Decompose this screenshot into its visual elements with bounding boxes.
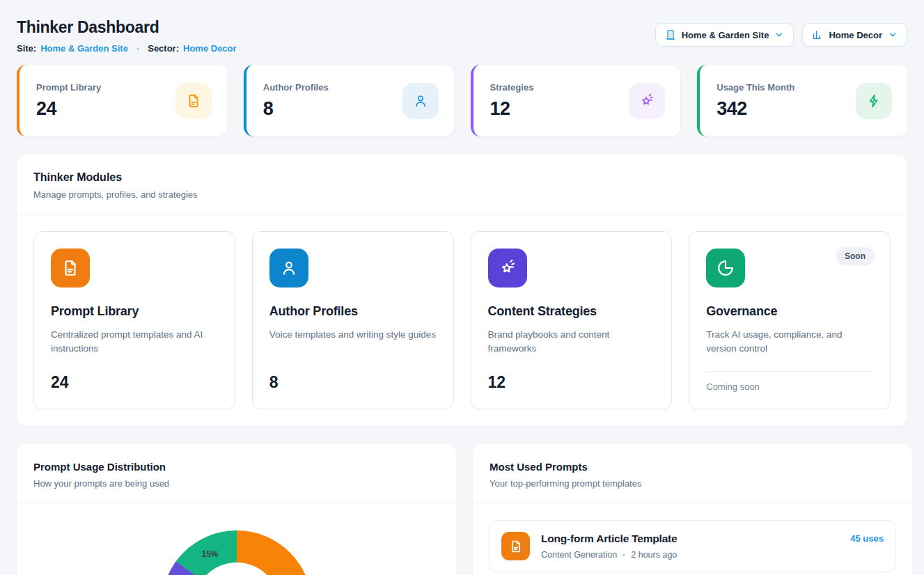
site-label: Site:	[17, 43, 36, 54]
module-card-governance[interactable]: Soon Governance Track AI usage, complian…	[689, 231, 891, 409]
prompts-card-header: Most Used Prompts Your top-performing pr…	[473, 444, 912, 503]
dashboard-page: Thinker Dashboard Site: Home & Garden Si…	[0, 0, 924, 575]
module-title: Governance	[706, 304, 873, 319]
sector-link[interactable]: Home Decor	[183, 43, 237, 54]
modules-panel-subtitle: Manage prompts, profiles, and strategies	[33, 189, 891, 200]
header-controls: Home & Garden Site Home Decor	[655, 23, 907, 47]
user-icon	[402, 83, 439, 119]
stat-value: 24	[36, 98, 101, 120]
prompt-list-item[interactable]: Long-form Article Template Content Gener…	[490, 520, 895, 572]
modules-panel-header: Thinker Modules Manage prompts, profiles…	[17, 155, 907, 214]
chart-card-header: Prompt Usage Distribution How your promp…	[17, 444, 456, 503]
stat-value: 12	[490, 98, 534, 120]
module-title: Content Strategies	[488, 304, 655, 319]
module-count: 8	[269, 373, 437, 392]
stat-text: Usage This Month 342	[717, 82, 794, 120]
stat-label: Strategies	[490, 82, 534, 93]
document-icon	[501, 532, 530, 560]
prompt-item-category: Content Generation	[541, 550, 617, 560]
site-link[interactable]: Home & Garden Site	[40, 43, 128, 54]
user-icon	[269, 249, 308, 288]
chart-card-title: Prompt Usage Distribution	[33, 461, 439, 473]
prompt-usage-distribution-card: Prompt Usage Distribution How your promp…	[17, 444, 456, 575]
stat-label: Author Profiles	[263, 82, 329, 93]
chevron-down-icon	[774, 30, 784, 40]
soon-badge: Soon	[836, 247, 875, 265]
module-description: Centralized prompt templates and AI inst…	[51, 328, 218, 356]
coming-soon-text: Coming soon	[706, 371, 873, 392]
breadcrumb: Site: Home & Garden Site · Sector: Home …	[17, 43, 237, 54]
module-card-content-strategies[interactable]: Content Strategies Brand playbooks and c…	[471, 231, 673, 409]
most-used-prompts-card: Most Used Prompts Your top-performing pr…	[473, 444, 912, 575]
document-icon	[175, 83, 212, 119]
stat-value: 342	[717, 98, 794, 120]
header-left: Thinker Dashboard Site: Home & Garden Si…	[17, 14, 237, 54]
donut-chart-area: 15%	[17, 503, 456, 575]
module-description: Brand playbooks and content frameworks	[488, 328, 655, 356]
sparkle-star-icon	[488, 249, 527, 288]
stat-card-author-profiles: Author Profiles 8	[244, 65, 454, 136]
thinker-modules-panel: Thinker Modules Manage prompts, profiles…	[17, 155, 907, 426]
module-count: 24	[51, 373, 218, 392]
module-description: Track AI usage, compliance, and version …	[706, 328, 873, 356]
chart-card-subtitle: How your prompts are being used	[33, 478, 439, 489]
modules-grid: Prompt Library Centralized prompt templa…	[17, 214, 907, 426]
donut-chart: 15%	[162, 530, 312, 575]
site-dropdown[interactable]: Home & Garden Site	[655, 23, 794, 47]
donut-slice-label: 15%	[201, 549, 218, 559]
module-title: Prompt Library	[51, 304, 218, 319]
stat-label: Usage This Month	[717, 82, 794, 93]
prompt-item-text: Long-form Article Template Content Gener…	[541, 533, 677, 560]
breadcrumb-separator: ·	[136, 43, 139, 54]
prompts-card-subtitle: Your top-performing prompt templates	[490, 478, 895, 489]
sector-dropdown[interactable]: Home Decor	[802, 23, 907, 47]
chevron-down-icon	[888, 30, 898, 40]
building-icon	[665, 29, 676, 40]
prompt-item-title: Long-form Article Template	[541, 533, 677, 545]
pie-chart-icon	[706, 249, 745, 288]
module-card-author-profiles[interactable]: Author Profiles Voice templates and writ…	[252, 231, 454, 409]
site-dropdown-label: Home & Garden Site	[682, 30, 769, 40]
bottom-row: Prompt Usage Distribution How your promp…	[17, 444, 907, 575]
stat-value: 8	[263, 98, 329, 120]
prompts-card-title: Most Used Prompts	[490, 461, 895, 473]
meta-separator: ·	[622, 550, 625, 560]
page-header: Thinker Dashboard Site: Home & Garden Si…	[17, 14, 907, 54]
module-title: Author Profiles	[269, 304, 437, 319]
modules-panel-title: Thinker Modules	[33, 171, 891, 184]
prompt-list: Long-form Article Template Content Gener…	[473, 503, 912, 575]
sector-label: Sector:	[148, 43, 179, 54]
stat-card-usage: Usage This Month 342	[697, 65, 907, 136]
stat-text: Author Profiles 8	[263, 82, 329, 120]
stat-card-prompt-library: Prompt Library 24	[17, 65, 227, 136]
sparkle-star-icon	[629, 83, 665, 119]
lightning-icon	[856, 83, 892, 119]
stat-card-strategies: Strategies 12	[471, 65, 681, 136]
document-icon	[51, 249, 90, 288]
module-count: 12	[488, 373, 655, 392]
module-card-prompt-library[interactable]: Prompt Library Centralized prompt templa…	[33, 231, 235, 409]
module-description: Voice templates and writing style guides	[269, 328, 437, 342]
prompt-item-meta: Content Generation · 2 hours ago	[541, 550, 677, 560]
stat-text: Prompt Library 24	[36, 82, 101, 120]
prompt-item-time: 2 hours ago	[631, 550, 677, 560]
stat-text: Strategies 12	[490, 82, 534, 120]
stats-row: Prompt Library 24 Author Profiles 8 Stra…	[17, 65, 907, 136]
page-title: Thinker Dashboard	[17, 18, 237, 37]
sector-dropdown-label: Home Decor	[829, 30, 882, 40]
stat-label: Prompt Library	[36, 82, 101, 93]
bar-chart-icon	[812, 29, 823, 40]
prompt-uses-count: 45 uses	[850, 533, 884, 544]
